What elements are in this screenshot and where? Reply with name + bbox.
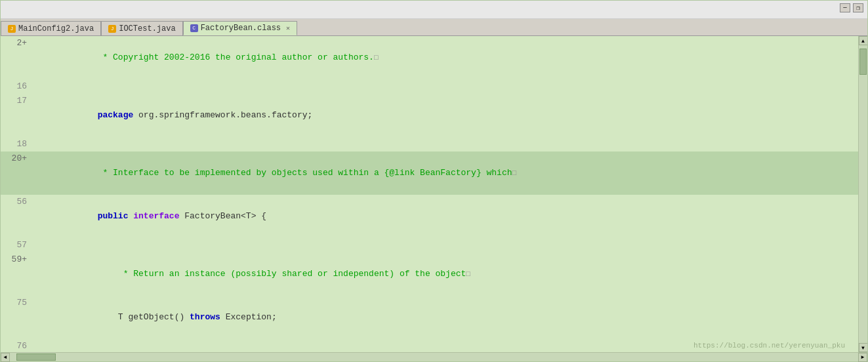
minimize-button[interactable]: ─ (840, 3, 850, 12)
line-59: 59+ * Return an instance (possibly share… (1, 252, 858, 296)
line-content-2: * Copyright 2002-2016 the original autho… (33, 36, 858, 79)
tab-main[interactable]: J MainConfig2.java (1, 21, 101, 35)
scrollbar-y: ▲ ▼ (858, 36, 867, 352)
restore-button[interactable]: ❐ (853, 3, 863, 12)
ellipsis-2: □ (374, 54, 379, 62)
tab-factory-label: FactoryBean.class (201, 24, 281, 33)
line-num-59: 59+ (1, 252, 33, 267)
line-18: 18 (1, 137, 858, 151)
line-content-20: * Interface to be implemented by objects… (33, 151, 858, 195)
line-17: 17 package org.springframework.beans.fac… (1, 94, 858, 137)
line-num-2: 2+ (1, 36, 33, 50)
java-icon: J (8, 25, 16, 33)
code-area: 2+ * Copyright 2002-2016 the original au… (1, 36, 867, 352)
exception-decl: Exception; (226, 312, 277, 322)
line-num-20: 20+ (1, 151, 33, 166)
title-bar: ─ ❐ (1, 1, 867, 19)
tab-main-label: MainConfig2.java (18, 24, 94, 33)
scrollbar-x-thumb[interactable] (16, 353, 56, 361)
line-content-56: public interface FactoryBean<T> { (33, 195, 858, 238)
line-56: 56 public interface FactoryBean<T> { (1, 195, 858, 238)
scroll-left-button[interactable]: ◄ (1, 353, 10, 362)
comment-59: * Return an instance (possibly shared or… (98, 269, 466, 279)
line-num-75: 75 (1, 296, 33, 310)
line-num-57: 57 (1, 238, 33, 252)
tab-close-icon[interactable]: ✕ (286, 24, 290, 32)
tab-ioc-label: IOCTest.java (119, 24, 175, 33)
code-container[interactable]: 2+ * Copyright 2002-2016 the original au… (1, 36, 858, 352)
tabs-bar: J MainConfig2.java J IOCTest.java C Fact… (1, 19, 867, 36)
ellipsis-59: □ (466, 270, 470, 278)
kw-throws: throws (190, 312, 226, 322)
scroll-right-button[interactable]: ► (858, 353, 867, 362)
line-2: 2+ * Copyright 2002-2016 the original au… (1, 36, 858, 79)
tab-ioc[interactable]: J IOCTest.java (101, 21, 182, 35)
line-content-17: package org.springframework.beans.factor… (33, 94, 858, 137)
line-75: 75 T getObject() throws Exception; (1, 296, 858, 339)
scrollbar-x-track[interactable] (10, 353, 858, 361)
line-content-59: * Return an instance (possibly shared or… (33, 252, 858, 296)
scroll-up-button[interactable]: ▲ (859, 36, 868, 45)
editor-window: ─ ❐ J MainConfig2.java J IOCTest.java C … (0, 0, 868, 362)
java-icon-2: J (108, 25, 116, 33)
watermark: https://blog.csdn.net/yerenyuan_pku (693, 342, 845, 350)
line-16: 16 (1, 79, 858, 94)
class-icon: C (190, 24, 198, 32)
code-lines: 2+ * Copyright 2002-2016 the original au… (1, 36, 858, 352)
tab-factory[interactable]: C FactoryBean.class ✕ (183, 21, 297, 35)
line-num-76: 76 (1, 339, 33, 352)
line-content-18 (33, 137, 858, 151)
bottom-bar: ◄ ► (1, 352, 867, 361)
line-20: 20+ * Interface to be implemented by obj… (1, 151, 858, 195)
line-content-75: T getObject() throws Exception; (33, 296, 858, 339)
pkg-name: org.springframework.beans.factory; (138, 110, 312, 120)
kw-public: public (98, 211, 134, 221)
interface-decl: FactoryBean<T> { (184, 211, 266, 221)
kw-package: package (98, 110, 138, 120)
line-num-16: 16 (1, 79, 33, 94)
scrollbar-x: ◄ ► (1, 352, 867, 361)
line-content-57 (33, 238, 858, 252)
line-content-16 (33, 79, 858, 94)
ellipsis-20: □ (512, 169, 517, 177)
getobject-decl: T getObject() (98, 312, 190, 322)
scroll-down-button[interactable]: ▼ (859, 343, 868, 352)
comment-2: * Copyright 2002-2016 the original autho… (98, 52, 374, 62)
line-57: 57 (1, 238, 858, 252)
line-num-56: 56 (1, 195, 33, 209)
kw-interface: interface (133, 211, 184, 221)
line-num-17: 17 (1, 94, 33, 108)
window-controls: ─ ❐ (840, 3, 863, 12)
scrollbar-y-track[interactable] (859, 45, 867, 343)
comment-20: * Interface to be implemented by objects… (98, 168, 512, 178)
line-num-18: 18 (1, 137, 33, 151)
scrollbar-y-thumb[interactable] (859, 49, 867, 75)
